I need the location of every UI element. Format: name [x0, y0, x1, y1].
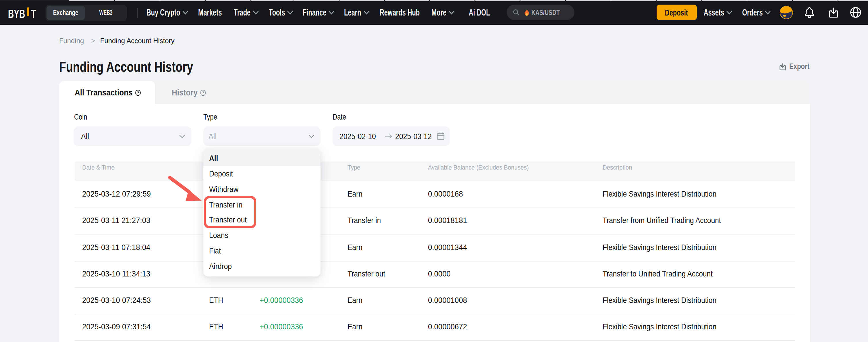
svg-text:?: ?	[202, 90, 204, 95]
svg-text:?: ?	[137, 90, 139, 95]
